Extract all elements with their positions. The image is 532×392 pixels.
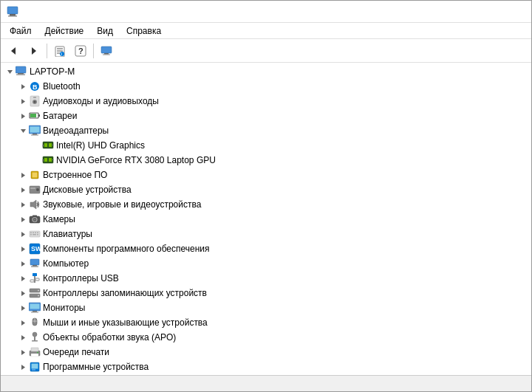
expand-icon-bluetooth[interactable] bbox=[17, 80, 29, 92]
tree-item-label-cameras: Камеры bbox=[43, 214, 75, 224]
svg-rect-36 bbox=[31, 135, 38, 136]
svg-rect-13 bbox=[101, 47, 112, 53]
expand-icon-battery[interactable] bbox=[17, 110, 29, 122]
app-icon bbox=[7, 6, 18, 18]
svg-marker-63 bbox=[21, 232, 25, 237]
display-icon bbox=[29, 125, 41, 137]
expand-icon-mice[interactable] bbox=[17, 317, 29, 329]
title-bar bbox=[1, 1, 531, 23]
expand-icon-diskdrives[interactable] bbox=[17, 184, 29, 196]
expand-icon-cameras[interactable] bbox=[17, 213, 29, 225]
svg-rect-27 bbox=[33, 97, 36, 98]
tree-item-gpu-intel[interactable]: Intel(R) UHD Graphics bbox=[1, 138, 531, 153]
tree-item-laptop[interactable]: LAPTOP-M bbox=[1, 64, 531, 79]
menu-item-2[interactable]: Вид bbox=[91, 24, 119, 38]
minimize-button[interactable] bbox=[465, 4, 484, 19]
tree-item-keyboards[interactable]: Клавиатуры bbox=[1, 227, 531, 241]
tree-item-audio[interactable]: Аудиовходы и аудиовыходы bbox=[1, 94, 531, 109]
svg-marker-94 bbox=[21, 320, 25, 326]
expand-icon-sw-devices[interactable] bbox=[17, 361, 29, 373]
svg-rect-44 bbox=[44, 158, 47, 162]
help-button[interactable]: ? bbox=[71, 41, 90, 61]
svg-rect-38 bbox=[44, 143, 47, 147]
mouse-icon bbox=[29, 317, 41, 329]
tree-item-label-keyboards: Клавиатуры bbox=[43, 229, 92, 239]
expand-icon-storage-ctrl[interactable] bbox=[17, 287, 29, 299]
expand-icon-display[interactable] bbox=[17, 125, 29, 137]
svg-marker-89 bbox=[21, 306, 25, 311]
tree-item-gpu-nvidia[interactable]: NVIDIA GeForce RTX 3080 Laptop GPU bbox=[1, 153, 531, 168]
tree-item-label-mice: Мыши и иные указывающие устройства bbox=[43, 317, 208, 328]
tree-item-cameras[interactable]: Камеры bbox=[1, 212, 531, 227]
tree-item-label-audio: Аудиовходы и аудиовыходы bbox=[43, 96, 159, 106]
tree-item-label-audio-proc: Объекты обработки звука (APO) bbox=[43, 332, 176, 343]
expand-icon-keyboards[interactable] bbox=[17, 228, 29, 240]
tree-item-print-queue[interactable]: Очереди печати bbox=[1, 345, 531, 360]
expand-icon-softcomp[interactable] bbox=[17, 243, 29, 255]
expand-icon-sound[interactable] bbox=[17, 199, 29, 210]
svg-rect-17 bbox=[16, 66, 26, 73]
tree-item-firmware[interactable]: Встроенное ПО bbox=[1, 168, 531, 182]
menu-item-1[interactable]: Действие bbox=[39, 24, 90, 38]
menu-item-0[interactable]: Файл bbox=[4, 24, 38, 38]
computer-icon bbox=[16, 66, 27, 78]
tree-item-label-bluetooth: Bluetooth bbox=[43, 81, 81, 92]
expand-icon-computer[interactable] bbox=[17, 258, 29, 269]
tree-item-label-gpu-nvidia: NVIDIA GeForce RTX 3080 Laptop GPU bbox=[56, 155, 216, 165]
tree-item-battery[interactable]: Батареи bbox=[1, 109, 531, 123]
svg-rect-35 bbox=[33, 134, 37, 135]
svg-rect-92 bbox=[33, 311, 37, 312]
svg-rect-51 bbox=[33, 173, 38, 178]
menu-item-3[interactable]: Справка bbox=[120, 24, 167, 38]
back-button[interactable] bbox=[4, 41, 23, 61]
properties-button[interactable]: i bbox=[50, 41, 69, 61]
svg-rect-93 bbox=[31, 312, 38, 313]
computer2-icon bbox=[29, 258, 41, 269]
device-tree[interactable]: LAPTOP-MBBluetoothАудиовходы и аудиовыхо… bbox=[1, 63, 531, 375]
svg-rect-100 bbox=[34, 337, 35, 340]
tree-item-monitors[interactable]: Мониторы bbox=[1, 300, 531, 315]
svg-marker-56 bbox=[21, 202, 25, 207]
tree-item-display[interactable]: Видеоадаптеры bbox=[1, 123, 531, 138]
svg-rect-67 bbox=[35, 233, 36, 234]
svg-rect-0 bbox=[7, 7, 18, 14]
tree-item-sw-devices[interactable]: Программные устройства bbox=[1, 360, 531, 374]
tree-item-bluetooth[interactable]: BBluetooth bbox=[1, 79, 531, 94]
tree-item-storage-ctrl[interactable]: Контроллеры запоминающих устройств bbox=[1, 286, 531, 300]
svg-marker-75 bbox=[21, 261, 25, 267]
tree-item-softcomp[interactable]: SWКомпоненты программного обеспечения bbox=[1, 241, 531, 256]
tree-item-audio-proc[interactable]: Объекты обработки звука (APO) bbox=[1, 330, 531, 345]
title-controls bbox=[465, 4, 525, 19]
main-content: LAPTOP-MBBluetoothАудиовходы и аудиовыхо… bbox=[1, 63, 531, 375]
tree-item-diskdrives[interactable]: Дисковые устройства bbox=[1, 182, 531, 197]
expand-icon-firmware[interactable] bbox=[17, 169, 29, 181]
usb-icon bbox=[29, 272, 41, 284]
svg-rect-65 bbox=[30, 233, 32, 234]
expand-icon-print-queue[interactable] bbox=[17, 346, 29, 358]
tree-item-mice[interactable]: Мыши и иные указывающие устройства bbox=[1, 315, 531, 330]
expand-icon-audio[interactable] bbox=[17, 95, 29, 107]
tree-item-computer[interactable]: Компьютер bbox=[1, 256, 531, 271]
tree-item-usb[interactable]: Контроллеры USB bbox=[1, 271, 531, 286]
expand-icon-gpu-nvidia bbox=[30, 154, 42, 166]
svg-rect-62 bbox=[33, 216, 37, 217]
svg-rect-31 bbox=[30, 114, 36, 117]
menu-bar: ФайлДействиеВидСправка bbox=[1, 23, 531, 39]
expand-icon-audio-proc[interactable] bbox=[17, 331, 29, 343]
tree-item-label-sw-devices: Программные устройства bbox=[43, 362, 149, 372]
camera-icon bbox=[29, 213, 41, 225]
expand-icon-laptop[interactable] bbox=[4, 66, 16, 78]
expand-icon-usb[interactable] bbox=[17, 272, 29, 284]
expand-icon-monitors[interactable] bbox=[17, 302, 29, 314]
toolbar: i ? bbox=[1, 39, 531, 63]
close-button[interactable] bbox=[506, 4, 525, 19]
monitor-button[interactable] bbox=[97, 41, 116, 61]
svg-rect-71 bbox=[37, 234, 38, 235]
svg-marker-52 bbox=[21, 188, 25, 193]
chip-icon bbox=[29, 169, 41, 181]
svg-rect-91 bbox=[30, 304, 40, 309]
maximize-button[interactable] bbox=[485, 4, 505, 19]
storage-icon bbox=[29, 287, 41, 299]
tree-item-sound[interactable]: Звуковые, игровые и видеоустройства bbox=[1, 197, 531, 212]
forward-button[interactable] bbox=[24, 41, 44, 61]
